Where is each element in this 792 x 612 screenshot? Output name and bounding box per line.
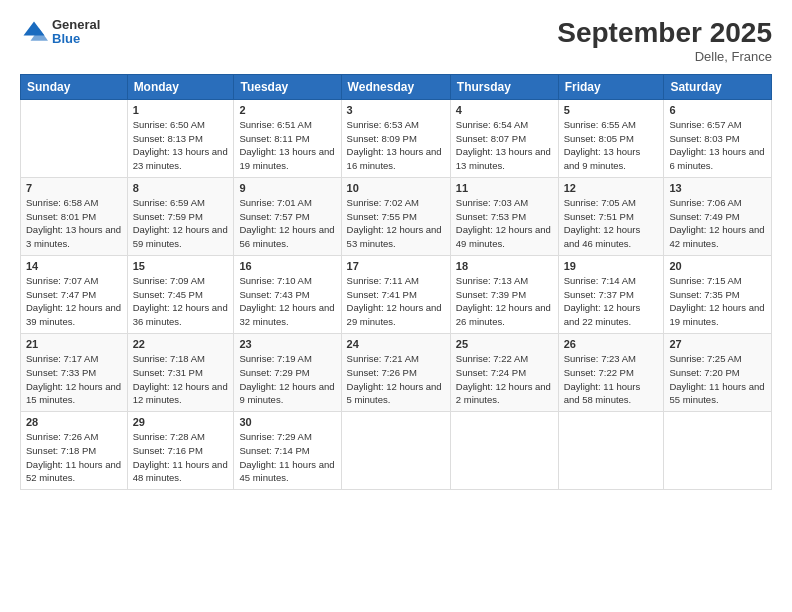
day-info: Sunrise: 6:54 AM Sunset: 8:07 PM Dayligh… bbox=[456, 118, 553, 173]
day-info: Sunrise: 7:14 AM Sunset: 7:37 PM Dayligh… bbox=[564, 274, 659, 329]
calendar-cell: 23Sunrise: 7:19 AM Sunset: 7:29 PM Dayli… bbox=[234, 333, 341, 411]
day-number: 26 bbox=[564, 338, 659, 350]
day-info: Sunrise: 7:02 AM Sunset: 7:55 PM Dayligh… bbox=[347, 196, 445, 251]
day-info: Sunrise: 7:18 AM Sunset: 7:31 PM Dayligh… bbox=[133, 352, 229, 407]
day-number: 22 bbox=[133, 338, 229, 350]
calendar-week-3: 14Sunrise: 7:07 AM Sunset: 7:47 PM Dayli… bbox=[21, 255, 772, 333]
day-number: 18 bbox=[456, 260, 553, 272]
calendar-cell: 13Sunrise: 7:06 AM Sunset: 7:49 PM Dayli… bbox=[664, 177, 772, 255]
day-number: 27 bbox=[669, 338, 766, 350]
day-number: 5 bbox=[564, 104, 659, 116]
calendar-week-4: 21Sunrise: 7:17 AM Sunset: 7:33 PM Dayli… bbox=[21, 333, 772, 411]
day-info: Sunrise: 6:51 AM Sunset: 8:11 PM Dayligh… bbox=[239, 118, 335, 173]
calendar-cell: 1Sunrise: 6:50 AM Sunset: 8:13 PM Daylig… bbox=[127, 99, 234, 177]
day-number: 13 bbox=[669, 182, 766, 194]
calendar-cell: 12Sunrise: 7:05 AM Sunset: 7:51 PM Dayli… bbox=[558, 177, 664, 255]
day-number: 11 bbox=[456, 182, 553, 194]
header: General Blue September 2025 Delle, Franc… bbox=[20, 18, 772, 64]
calendar-cell: 25Sunrise: 7:22 AM Sunset: 7:24 PM Dayli… bbox=[450, 333, 558, 411]
calendar-cell: 10Sunrise: 7:02 AM Sunset: 7:55 PM Dayli… bbox=[341, 177, 450, 255]
day-header-monday: Monday bbox=[127, 74, 234, 99]
logo-blue-text: Blue bbox=[52, 32, 100, 46]
day-number: 7 bbox=[26, 182, 122, 194]
day-info: Sunrise: 7:06 AM Sunset: 7:49 PM Dayligh… bbox=[669, 196, 766, 251]
calendar-cell: 20Sunrise: 7:15 AM Sunset: 7:35 PM Dayli… bbox=[664, 255, 772, 333]
calendar-cell: 30Sunrise: 7:29 AM Sunset: 7:14 PM Dayli… bbox=[234, 412, 341, 490]
calendar-week-2: 7Sunrise: 6:58 AM Sunset: 8:01 PM Daylig… bbox=[21, 177, 772, 255]
calendar-cell: 11Sunrise: 7:03 AM Sunset: 7:53 PM Dayli… bbox=[450, 177, 558, 255]
calendar-cell: 24Sunrise: 7:21 AM Sunset: 7:26 PM Dayli… bbox=[341, 333, 450, 411]
day-info: Sunrise: 7:15 AM Sunset: 7:35 PM Dayligh… bbox=[669, 274, 766, 329]
day-number: 25 bbox=[456, 338, 553, 350]
day-info: Sunrise: 7:21 AM Sunset: 7:26 PM Dayligh… bbox=[347, 352, 445, 407]
location: Delle, France bbox=[557, 49, 772, 64]
calendar-cell: 14Sunrise: 7:07 AM Sunset: 7:47 PM Dayli… bbox=[21, 255, 128, 333]
page: General Blue September 2025 Delle, Franc… bbox=[0, 0, 792, 612]
calendar-cell: 26Sunrise: 7:23 AM Sunset: 7:22 PM Dayli… bbox=[558, 333, 664, 411]
day-number: 24 bbox=[347, 338, 445, 350]
calendar-cell bbox=[558, 412, 664, 490]
calendar-cell: 8Sunrise: 6:59 AM Sunset: 7:59 PM Daylig… bbox=[127, 177, 234, 255]
calendar-table: SundayMondayTuesdayWednesdayThursdayFrid… bbox=[20, 74, 772, 490]
calendar-cell bbox=[341, 412, 450, 490]
day-info: Sunrise: 7:11 AM Sunset: 7:41 PM Dayligh… bbox=[347, 274, 445, 329]
day-number: 15 bbox=[133, 260, 229, 272]
day-number: 4 bbox=[456, 104, 553, 116]
day-info: Sunrise: 7:29 AM Sunset: 7:14 PM Dayligh… bbox=[239, 430, 335, 485]
day-number: 6 bbox=[669, 104, 766, 116]
day-info: Sunrise: 6:58 AM Sunset: 8:01 PM Dayligh… bbox=[26, 196, 122, 251]
day-number: 9 bbox=[239, 182, 335, 194]
day-number: 2 bbox=[239, 104, 335, 116]
day-number: 8 bbox=[133, 182, 229, 194]
calendar-cell bbox=[450, 412, 558, 490]
day-number: 17 bbox=[347, 260, 445, 272]
calendar-header-row: SundayMondayTuesdayWednesdayThursdayFrid… bbox=[21, 74, 772, 99]
calendar-cell: 5Sunrise: 6:55 AM Sunset: 8:05 PM Daylig… bbox=[558, 99, 664, 177]
day-header-tuesday: Tuesday bbox=[234, 74, 341, 99]
day-number: 3 bbox=[347, 104, 445, 116]
calendar-cell: 6Sunrise: 6:57 AM Sunset: 8:03 PM Daylig… bbox=[664, 99, 772, 177]
calendar-cell: 2Sunrise: 6:51 AM Sunset: 8:11 PM Daylig… bbox=[234, 99, 341, 177]
calendar-cell: 9Sunrise: 7:01 AM Sunset: 7:57 PM Daylig… bbox=[234, 177, 341, 255]
day-info: Sunrise: 7:19 AM Sunset: 7:29 PM Dayligh… bbox=[239, 352, 335, 407]
calendar-cell: 17Sunrise: 7:11 AM Sunset: 7:41 PM Dayli… bbox=[341, 255, 450, 333]
day-number: 10 bbox=[347, 182, 445, 194]
calendar-cell: 4Sunrise: 6:54 AM Sunset: 8:07 PM Daylig… bbox=[450, 99, 558, 177]
calendar-cell: 7Sunrise: 6:58 AM Sunset: 8:01 PM Daylig… bbox=[21, 177, 128, 255]
calendar-cell: 18Sunrise: 7:13 AM Sunset: 7:39 PM Dayli… bbox=[450, 255, 558, 333]
day-info: Sunrise: 7:07 AM Sunset: 7:47 PM Dayligh… bbox=[26, 274, 122, 329]
day-info: Sunrise: 6:59 AM Sunset: 7:59 PM Dayligh… bbox=[133, 196, 229, 251]
calendar-cell: 28Sunrise: 7:26 AM Sunset: 7:18 PM Dayli… bbox=[21, 412, 128, 490]
title-block: September 2025 Delle, France bbox=[557, 18, 772, 64]
day-number: 30 bbox=[239, 416, 335, 428]
day-header-thursday: Thursday bbox=[450, 74, 558, 99]
day-info: Sunrise: 6:53 AM Sunset: 8:09 PM Dayligh… bbox=[347, 118, 445, 173]
day-number: 23 bbox=[239, 338, 335, 350]
day-info: Sunrise: 7:10 AM Sunset: 7:43 PM Dayligh… bbox=[239, 274, 335, 329]
day-info: Sunrise: 7:25 AM Sunset: 7:20 PM Dayligh… bbox=[669, 352, 766, 407]
day-info: Sunrise: 7:13 AM Sunset: 7:39 PM Dayligh… bbox=[456, 274, 553, 329]
day-number: 16 bbox=[239, 260, 335, 272]
day-number: 20 bbox=[669, 260, 766, 272]
calendar-cell: 19Sunrise: 7:14 AM Sunset: 7:37 PM Dayli… bbox=[558, 255, 664, 333]
calendar-cell: 29Sunrise: 7:28 AM Sunset: 7:16 PM Dayli… bbox=[127, 412, 234, 490]
logo-general-text: General bbox=[52, 18, 100, 32]
day-info: Sunrise: 7:23 AM Sunset: 7:22 PM Dayligh… bbox=[564, 352, 659, 407]
month-title: September 2025 bbox=[557, 18, 772, 49]
day-number: 12 bbox=[564, 182, 659, 194]
day-info: Sunrise: 6:57 AM Sunset: 8:03 PM Dayligh… bbox=[669, 118, 766, 173]
calendar-week-5: 28Sunrise: 7:26 AM Sunset: 7:18 PM Dayli… bbox=[21, 412, 772, 490]
calendar-cell: 21Sunrise: 7:17 AM Sunset: 7:33 PM Dayli… bbox=[21, 333, 128, 411]
day-header-friday: Friday bbox=[558, 74, 664, 99]
day-info: Sunrise: 7:28 AM Sunset: 7:16 PM Dayligh… bbox=[133, 430, 229, 485]
calendar-cell: 16Sunrise: 7:10 AM Sunset: 7:43 PM Dayli… bbox=[234, 255, 341, 333]
day-number: 1 bbox=[133, 104, 229, 116]
calendar-cell: 27Sunrise: 7:25 AM Sunset: 7:20 PM Dayli… bbox=[664, 333, 772, 411]
day-header-saturday: Saturday bbox=[664, 74, 772, 99]
day-info: Sunrise: 7:01 AM Sunset: 7:57 PM Dayligh… bbox=[239, 196, 335, 251]
logo: General Blue bbox=[20, 18, 100, 47]
day-number: 28 bbox=[26, 416, 122, 428]
day-number: 14 bbox=[26, 260, 122, 272]
day-info: Sunrise: 7:17 AM Sunset: 7:33 PM Dayligh… bbox=[26, 352, 122, 407]
calendar-cell bbox=[21, 99, 128, 177]
